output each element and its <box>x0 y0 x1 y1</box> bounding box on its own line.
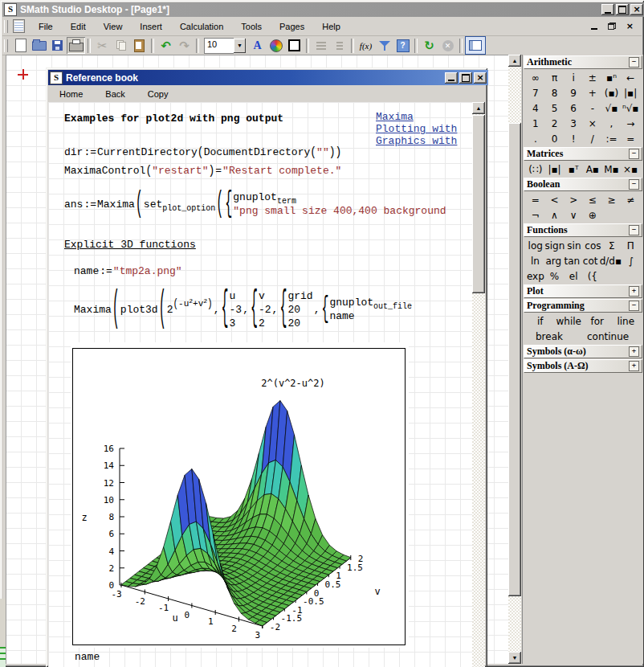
palette-button[interactable]: |▪| <box>624 88 637 99</box>
palette-button[interactable]: ± <box>589 72 597 84</box>
font-size-combo[interactable]: 10 ▼ <box>204 38 246 54</box>
minimize-button[interactable] <box>601 4 614 15</box>
palette-button[interactable]: 2 <box>552 118 558 129</box>
scroll-thumb[interactable] <box>508 123 521 596</box>
panel-collapse-toggle[interactable]: + <box>629 346 639 357</box>
page-icon[interactable] <box>13 19 25 33</box>
font-color-button[interactable]: A <box>248 37 267 54</box>
palette-button[interactable] <box>267 37 285 54</box>
palette-button[interactable]: continue <box>587 331 629 342</box>
panel-collapse-toggle[interactable]: − <box>629 57 639 68</box>
mdi-restore-icon[interactable] <box>608 23 616 30</box>
maximize-button[interactable] <box>616 4 629 15</box>
palette-button[interactable]: arg <box>546 256 562 267</box>
align-horizontal-button[interactable] <box>312 37 330 54</box>
redo-button[interactable]: ↷ <box>175 37 194 54</box>
doc-link[interactable]: Maxima <box>376 111 469 123</box>
refwin-minimize-button[interactable] <box>445 72 458 84</box>
panel-header[interactable]: Matrices− <box>524 147 642 161</box>
palette-button[interactable]: ≠ <box>626 194 634 206</box>
palette-button[interactable]: 6 <box>570 103 577 114</box>
panel-header[interactable]: Arithmetic− <box>524 55 642 69</box>
main-vertical-scrollbar[interactable]: ▲ ▼ <box>508 55 521 664</box>
reference-menu-item[interactable]: Home <box>48 87 94 101</box>
menu-item[interactable]: Pages <box>271 19 313 34</box>
reference-menu-item[interactable]: Back <box>94 87 136 101</box>
palette-button[interactable]: % <box>550 271 559 282</box>
palette-button[interactable]: ▪ᵀ <box>569 164 579 175</box>
palette-button[interactable]: √▪ <box>605 103 618 114</box>
palette-button[interactable]: ∧ <box>551 210 558 221</box>
palette-button[interactable]: tan <box>564 256 580 267</box>
trailing-name-text[interactable]: name <box>75 651 100 663</box>
palette-button[interactable]: el <box>569 271 578 282</box>
palette-button[interactable]: ⊕ <box>589 210 597 221</box>
palette-button[interactable]: ≤ <box>589 194 597 206</box>
refwin-close-button[interactable]: × <box>474 72 487 84</box>
palette-button[interactable]: while <box>556 316 581 327</box>
panel-header[interactable]: Plot+ <box>524 284 642 298</box>
palette-button[interactable]: → <box>626 118 634 129</box>
palette-button[interactable]: Π <box>627 240 634 252</box>
panel-collapse-toggle[interactable]: + <box>629 361 639 371</box>
palette-button[interactable]: ln <box>531 256 540 267</box>
panel-header[interactable]: Symbols (Α-Ω)+ <box>524 359 642 373</box>
palette-button[interactable]: if <box>537 316 544 327</box>
recalculate-button[interactable]: ↻ <box>420 37 438 54</box>
menu-item[interactable]: Calculation <box>171 19 232 34</box>
app-icon[interactable]: S <box>4 3 17 16</box>
menu-item[interactable]: Help <box>313 19 349 34</box>
palette-button[interactable]: × <box>589 118 597 129</box>
palette-button[interactable]: ≥ <box>607 194 615 206</box>
palette-button[interactable]: π <box>552 72 557 84</box>
reference-menu-item[interactable]: Copy <box>137 87 180 101</box>
toolbar-grip[interactable] <box>4 39 8 52</box>
palette-button[interactable]: 1 <box>532 118 539 129</box>
menu-item[interactable]: Tools <box>232 19 271 34</box>
reference-book-scrollbar[interactable]: ▲ <box>472 102 485 667</box>
palette-button[interactable]: i <box>572 72 574 84</box>
font-size-value[interactable]: 10 <box>204 38 234 54</box>
palette-button[interactable]: ×▪ <box>623 164 638 175</box>
palette-button[interactable]: (∷) <box>528 164 542 175</box>
formula-set-plot-option[interactable]: ans:=Maxima(setplot_option({gnuplotterm"… <box>64 185 446 223</box>
align-vertical-button[interactable] <box>330 37 348 54</box>
stop-button[interactable]: ✕ <box>438 37 457 54</box>
panel-header[interactable]: Boolean− <box>524 178 642 191</box>
palette-button[interactable]: log <box>528 240 543 252</box>
open-button[interactable] <box>30 37 48 54</box>
palette-button[interactable]: - <box>591 103 594 114</box>
border-button[interactable] <box>285 37 304 54</box>
menu-item[interactable]: Insert <box>131 19 171 34</box>
copy-button[interactable] <box>112 37 130 54</box>
palette-button[interactable]: 3 <box>570 118 577 129</box>
palette-button[interactable]: / <box>591 133 594 145</box>
palette-button[interactable]: 4 <box>532 103 539 114</box>
palette-button[interactable]: (▪) <box>605 88 619 99</box>
filter-button[interactable] <box>375 37 393 54</box>
palette-button[interactable]: cos <box>585 240 601 252</box>
menubar-grip[interactable] <box>4 20 8 33</box>
palette-button[interactable]: cot <box>583 256 598 267</box>
menu-item[interactable]: View <box>95 19 132 34</box>
palette-button[interactable]: < <box>550 194 558 206</box>
new-button[interactable] <box>11 37 30 54</box>
palette-button[interactable]: 5 <box>552 103 558 114</box>
panel-collapse-toggle[interactable]: + <box>629 286 639 297</box>
print-button[interactable] <box>67 37 85 54</box>
doc-link[interactable]: Graphics with <box>376 135 469 147</box>
palette-button[interactable]: ∫ <box>628 256 633 267</box>
palette-button[interactable]: + <box>589 88 597 99</box>
formula-name-assign[interactable]: name:="tmp2a.png" <box>74 265 182 277</box>
palette-button[interactable]: ! <box>572 133 576 145</box>
palette-button[interactable]: |▪| <box>548 164 560 175</box>
section-heading[interactable]: Explicit 3D functions <box>64 239 196 251</box>
palette-button[interactable]: 7 <box>532 88 539 99</box>
palette-button[interactable]: ∨ <box>570 210 577 221</box>
scroll-thumb[interactable] <box>472 115 485 293</box>
close-button[interactable]: × <box>630 4 643 15</box>
combo-dropdown-button[interactable]: ▼ <box>234 39 246 53</box>
function-button[interactable]: f(x) <box>357 37 375 54</box>
palette-button[interactable]: 0 <box>552 133 558 145</box>
formula-dir[interactable]: dir:=CurrentDirectory(DocumentDirectory(… <box>64 146 341 158</box>
